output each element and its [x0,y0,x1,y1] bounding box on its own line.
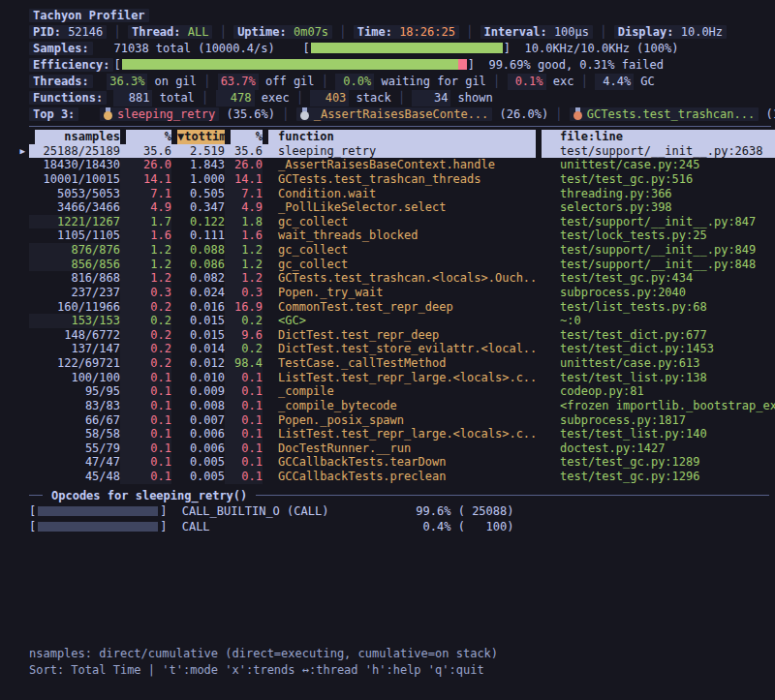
direct-pct-cell: 14.1 [120,172,171,187]
direct-pct-cell: 26.0 [120,158,171,172]
table-row[interactable]: 18430/18430 26.0 1.843 26.0 _AssertRaise… [0,158,775,172]
functions-metric-value: 34 [412,90,450,107]
table-row[interactable]: 137/147 0.2 0.014 0.2 DictTest.test_stor… [0,342,775,356]
table-row[interactable]: 160/11966 0.2 0.016 16.9 CommonTest.test… [0,300,775,315]
table-row[interactable]: 816/868 1.2 0.082 1.2 GCTests.test_trash… [0,271,775,286]
silver-medal-icon [300,107,309,120]
tottime-cell: 0.005 [171,455,225,470]
cumulative-pct-cell: 0.1 [225,470,263,484]
table-row[interactable]: 10001/10015 14.1 1.000 14.1 GCTests.test… [0,172,775,187]
header-nsamples[interactable]: nsamples [29,130,120,144]
direct-pct-cell: 0.1 [120,399,171,413]
table-row[interactable]: 100/100 0.1 0.010 0.1 ListTest.test_repr… [0,371,775,385]
function-cell: _compile [263,384,536,399]
row-marker [0,286,29,300]
threads-label: Threads: [29,75,93,88]
row-marker [0,271,29,286]
status-thread: Thread: ALL [128,25,213,39]
nsamples-cell: 47/47 [29,455,120,470]
row-marker [0,314,29,328]
status-time-value: 18:26:25 [399,25,455,39]
table-row[interactable]: 237/237 0.3 0.024 0.3 Popen._try_wait su… [0,286,775,300]
header-direct-pct[interactable]: % [120,130,171,144]
table-row[interactable]: 5053/5053 7.1 0.505 7.1 Condition.wait t… [0,187,775,201]
fileline-cell: test/test_dict.py:677 [536,328,775,343]
efficiency-summary: 99.69% good, 0.31% failed [475,58,664,72]
status-uptime: Uptime: 0m07s [233,25,332,39]
top3-function-name: _AssertRaisesBaseConte... [314,107,489,121]
direct-pct-cell: 0.1 [120,441,171,456]
header-tottime-sort[interactable]: ▼tottime [171,130,225,144]
row-marker [0,300,29,315]
direct-pct-cell: 0.1 [120,470,171,484]
header-function[interactable]: function [263,130,536,144]
threads-metric: 36.3% on gil [107,75,197,88]
functions-metric-text: exec [255,91,290,105]
nsamples-cell: 45/48 [29,470,120,484]
table-row[interactable]: 876/876 1.2 0.088 1.2 gc_collect test/su… [0,243,775,258]
threads-line: Threads: 36.3% on gil │ 63.7% off gil │ … [29,74,767,90]
table-row[interactable]: 148/6772 0.2 0.015 9.6 DictTest.test_rep… [0,328,775,343]
nsamples-cell: 10001/10015 [29,172,120,187]
table-row[interactable]: 66/67 0.1 0.007 0.1 Popen._posix_spawn s… [0,413,775,428]
bracket-close: ] [160,519,167,535]
footer-legend: nsamples: direct/cumulative (direct=exec… [29,646,498,662]
table-row[interactable]: 95/95 0.1 0.009 0.1 _compile codeop.py:8… [0,384,775,399]
fileline-cell: unittest/case.py:245 [536,158,775,172]
functions-metric-text: shown [450,91,492,105]
header-fileline[interactable]: file:line [536,130,775,144]
efficiency-bar-failed [458,59,467,70]
opcode-count: ( 100) [450,519,513,535]
table-row[interactable]: 83/83 0.1 0.008 0.1 _compile_bytecode <f… [0,399,775,413]
fileline-cell: test/lock_tests.py:25 [536,228,775,243]
top3-pct: (14.1%) [759,107,775,121]
status-pid: PID: 52146 [29,25,107,39]
direct-pct-cell: 0.2 [120,356,171,371]
functions-metric-value: 478 [216,90,255,107]
fileline-cell: unittest/case.py:613 [536,356,775,371]
functions-label: Functions: [29,91,107,105]
fileline-cell: test/test_gc.py:516 [536,172,775,187]
table-row[interactable]: 153/153 0.2 0.015 0.2 <GC> ~:0 [0,314,775,328]
row-marker [0,427,29,441]
direct-pct-cell: 0.2 [120,314,171,328]
fileline-cell: test/test_gc.py:1296 [536,470,775,484]
footer: nsamples: direct/cumulative (direct=exec… [29,646,498,679]
nsamples-cell: 122/69721 [29,356,120,371]
tottime-cell: 0.014 [171,342,225,356]
row-marker [0,215,29,229]
efficiency-line: Efficiency:[] 99.69% good, 0.31% failed [29,57,767,74]
table-row[interactable]: 45/48 0.1 0.005 0.1 GCCallbackTests.prec… [0,470,775,484]
table-row[interactable]: 856/856 1.2 0.086 1.2 gc_collect test/su… [0,258,775,272]
functions-metric: 881 total [113,91,194,105]
function-cell: GCCallbackTests.tearDown [263,455,536,470]
table-row[interactable]: ▶ 25188/25189 35.6 2.519 35.6 sleeping_r… [0,144,775,159]
table-row[interactable]: 122/69721 0.2 0.012 98.4 TestCase._callT… [0,356,775,371]
tottime-cell: 0.012 [171,356,225,371]
cumulative-pct-cell: 1.2 [225,258,263,272]
title-line: Tachyon Profiler [29,8,767,24]
tottime-cell: 0.088 [171,243,225,258]
table-row[interactable]: 47/47 0.1 0.005 0.1 GCCallbackTests.tear… [0,455,775,470]
status-time-label: Time: [357,25,392,39]
tottime-cell: 0.016 [171,300,225,315]
header-cumulative-pct[interactable]: % [225,130,263,144]
table-row[interactable]: 1221/1267 1.7 0.122 1.8 gc_collect test/… [0,215,775,229]
table-row[interactable]: 3466/3466 4.9 0.347 4.9 _PollLikeSelecto… [0,200,775,215]
opcodes-title-rule: Opcodes for sleeping_retry() [0,488,775,503]
field-separator: │ [107,25,128,39]
function-cell: GCCallbackTests.preclean [263,470,536,484]
table-row[interactable]: 58/58 0.1 0.006 0.1 ListTest.test_repr_l… [0,427,775,441]
fileline-cell: test/test_gc.py:1289 [536,455,775,470]
top3-function-name: sleeping_retry [117,107,215,121]
tottime-cell: 0.007 [171,413,225,428]
opcode-bar [38,522,158,532]
opcode-row: [ ] CALL 0.4% ( 100) [0,519,775,535]
table-row[interactable]: 55/79 0.1 0.006 0.1 DocTestRunner.__run … [0,441,775,456]
field-separator: │ [197,75,218,88]
field-separator: │ [574,75,595,88]
direct-pct-cell: 0.1 [120,384,171,399]
function-cell: Popen._try_wait [263,286,536,300]
field-separator: │ [391,91,413,105]
table-row[interactable]: 1105/1105 1.6 0.111 1.6 wait_threads_blo… [0,228,775,243]
